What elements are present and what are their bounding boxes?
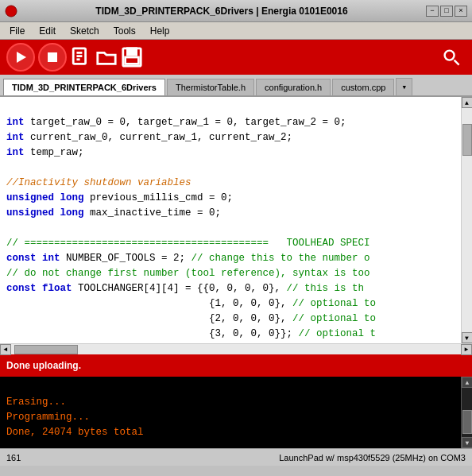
scroll-right-arrow[interactable]: ► — [461, 344, 472, 355]
console-header: Done uploading. — [0, 354, 472, 377]
run-button[interactable] — [6, 43, 35, 72]
svg-point-0 — [6, 6, 17, 17]
h-scroll-thumb[interactable] — [14, 345, 78, 354]
console-scroll-thumb[interactable] — [462, 410, 472, 434]
console-scroll-up[interactable]: ▲ — [462, 377, 472, 388]
window-controls: − □ × — [426, 6, 467, 17]
search-button[interactable] — [437, 43, 466, 72]
save-button[interactable] — [121, 46, 143, 68]
svg-marker-1 — [17, 52, 26, 63]
board-info: LaunchPad w/ msp430f5529 (25MHz) on COM3 — [279, 453, 466, 462]
console-line-3: Done, 24074 bytes total — [6, 427, 144, 438]
menu-tools[interactable]: Tools — [107, 24, 142, 38]
svg-rect-9 — [126, 57, 139, 64]
menu-edit[interactable]: Edit — [33, 24, 62, 38]
svg-rect-2 — [48, 52, 57, 62]
menu-sketch[interactable]: Sketch — [64, 24, 106, 38]
tab-more-button[interactable]: ▾ — [396, 78, 412, 95]
scroll-thumb[interactable] — [462, 124, 472, 156]
svg-point-10 — [445, 51, 455, 60]
app-icon — [5, 5, 17, 17]
console-output: Erasing... Programming... Done, 24074 by… — [0, 377, 461, 448]
scroll-down-arrow[interactable]: ▼ — [462, 332, 473, 343]
new-button[interactable] — [70, 46, 92, 68]
scroll-up-arrow[interactable]: ▲ — [462, 97, 473, 108]
line-number: 161 — [6, 453, 21, 462]
console-line-1: Erasing... — [6, 397, 66, 408]
open-button[interactable] — [95, 46, 118, 68]
menu-bar: File Edit Sketch Tools Help — [0, 22, 472, 40]
toolbar — [0, 40, 472, 75]
console-scrollbar[interactable]: ▲ ▼ — [461, 377, 472, 448]
console-line-2: Programming... — [6, 412, 90, 423]
svg-line-11 — [455, 60, 459, 65]
code-vertical-scrollbar[interactable]: ▲ ▼ — [461, 97, 472, 343]
status-bar: 161 LaunchPad w/ msp430f5529 (25MHz) on … — [0, 448, 472, 466]
tab-main[interactable]: TIDM_3D_PRINTERPACK_6Drivers — [3, 79, 165, 95]
window-title: TIDM_3D_PRINTERPACK_6Drivers | Energia 0… — [17, 6, 426, 17]
menu-help[interactable]: Help — [144, 24, 176, 38]
stop-button[interactable] — [38, 43, 67, 72]
minimize-button[interactable]: − — [426, 6, 439, 17]
tab-configuration[interactable]: configuration.h — [256, 79, 331, 95]
menu-file[interactable]: File — [3, 24, 31, 38]
code-container: int target_raw_0 = 0, target_raw_1 = 0, … — [0, 97, 472, 343]
svg-rect-8 — [127, 48, 136, 55]
tabs-bar: TIDM_3D_PRINTERPACK_6Drivers ThermistorT… — [0, 75, 472, 97]
console-scroll-track[interactable] — [462, 388, 472, 437]
console-scroll-down[interactable]: ▼ — [462, 437, 472, 448]
maximize-button[interactable]: □ — [440, 6, 453, 17]
h-scroll-track[interactable] — [11, 344, 461, 354]
console-container: Erasing... Programming... Done, 24074 by… — [0, 377, 472, 448]
code-editor[interactable]: int target_raw_0 = 0, target_raw_1 = 0, … — [0, 97, 461, 343]
console-status: Done uploading. — [6, 360, 81, 371]
scroll-left-arrow[interactable]: ◄ — [0, 344, 11, 355]
horizontal-scrollbar[interactable]: ◄ ► — [0, 343, 472, 354]
tab-custom[interactable]: custom.cpp — [332, 79, 394, 95]
title-bar: TIDM_3D_PRINTERPACK_6Drivers | Energia 0… — [0, 0, 472, 22]
scroll-track[interactable] — [462, 108, 472, 332]
close-button[interactable]: × — [455, 6, 467, 17]
tab-thermistor[interactable]: ThermistorTable.h — [167, 79, 254, 95]
